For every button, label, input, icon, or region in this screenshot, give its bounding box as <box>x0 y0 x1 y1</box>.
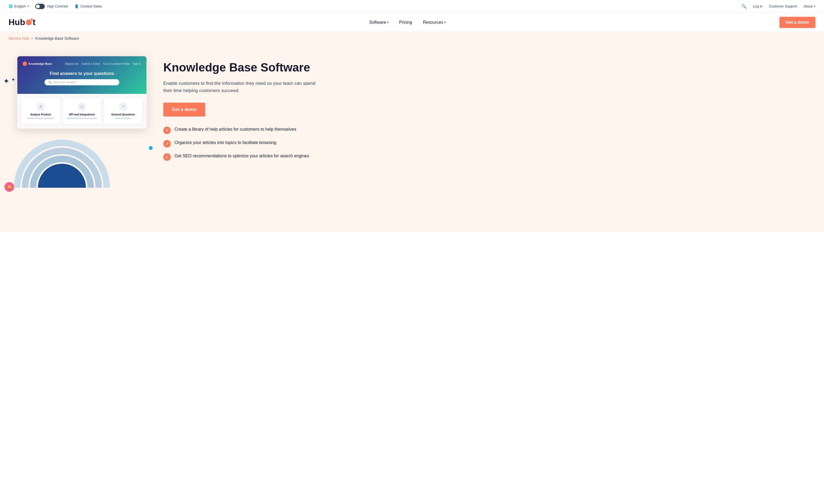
get-demo-hero-button[interactable]: Get a demo <box>163 103 205 117</box>
kb-nav-item: Sign In <box>133 62 141 65</box>
high-contrast-toggle[interactable]: High Contrast <box>35 4 68 9</box>
kb-search-title: Find answers to your questions <box>23 71 141 76</box>
customer-support-link[interactable]: Customer Support <box>769 4 797 8</box>
about-link[interactable]: About ▾ <box>804 4 815 8</box>
logo-spot: t <box>32 17 35 27</box>
kb-card-desc-analyze: Analyze Product Information <box>24 117 57 120</box>
language-selector[interactable]: 🌐 English ▾ <box>9 4 29 8</box>
nav-bar: Hub t Software ▾ Pricing Resources ▾ Get… <box>0 13 824 32</box>
kb-logo: Knowledge Base <box>23 61 52 66</box>
breadcrumb-current-page: Knowledge Base Software <box>35 36 79 40</box>
chevron-down-icon: ▾ <box>814 5 815 8</box>
kb-nav-item: Go to Customer Portal <box>103 62 129 65</box>
login-label: Log in <box>753 4 762 8</box>
kb-card-analyze: A Analyze Product Analyze Product Inform… <box>22 98 60 124</box>
kb-general-icon: ? <box>119 102 127 111</box>
pricing-nav-link[interactable]: Pricing <box>395 18 417 27</box>
breadcrumb-separator: > <box>31 36 33 40</box>
left-panel: ✦ ✦ Knowledge Base Biglysis.net Submit a… <box>9 55 147 188</box>
kb-nav-item: Submit a Ticket <box>82 62 100 65</box>
breadcrumb-parent-link[interactable]: Service Hub <box>9 36 29 40</box>
feature-item-2: ✓ Organize your articles into topics to … <box>163 139 803 147</box>
about-label: About <box>804 4 813 8</box>
resources-label: Resources <box>423 20 443 25</box>
page-subtitle: Enable customers to find the information… <box>163 80 318 94</box>
kb-card-desc-general: General Inquiries <box>107 117 139 120</box>
contact-sales-link[interactable]: 👤 Contact Sales <box>75 4 102 8</box>
feature-text-2: Organize your articles into topics to fa… <box>175 139 277 146</box>
toggle-switch[interactable] <box>35 4 45 9</box>
kb-search-placeholder: Search for answers <box>53 81 76 84</box>
kb-card-title-api: API and Integrations <box>66 113 98 116</box>
sparkle-dot-decoration <box>149 146 152 150</box>
top-bar-left: 🌐 English ▾ High Contrast 👤 Contact Sale… <box>9 4 102 9</box>
high-contrast-label: High Contrast <box>47 4 68 8</box>
chevron-down-icon: ▾ <box>387 21 389 24</box>
kb-nav-links: Biglysis.net Submit a Ticket Go to Custo… <box>65 62 141 65</box>
feature-item-1: ✓ Create a library of help articles for … <box>163 126 803 134</box>
kb-logo-circle <box>23 61 27 66</box>
logo-text: Hub t <box>9 17 35 27</box>
kb-nav-item: Biglysis.net <box>65 62 79 65</box>
feature-text-3: Get SEO recommendations to optimize your… <box>175 153 309 159</box>
login-link[interactable]: Log in <box>753 4 762 8</box>
kb-api-icon: ⬡ <box>78 102 86 111</box>
pricing-label: Pricing <box>399 20 412 25</box>
kb-logo-text: Knowledge Base <box>28 62 52 65</box>
chevron-down-icon: ▾ <box>27 5 29 8</box>
checkmark-icon: ✓ <box>166 155 169 159</box>
page-title: Knowledge Base Software <box>163 61 803 75</box>
nav-links: Software ▾ Pricing Resources ▾ <box>365 18 450 27</box>
person-icon: 👤 <box>75 4 79 8</box>
customer-support-label: Customer Support <box>769 4 797 8</box>
logo[interactable]: Hub t <box>9 17 35 27</box>
get-demo-nav-button[interactable]: Get a demo <box>780 17 815 28</box>
kb-card-desc-api: Detailed instructions and guides <box>66 117 98 120</box>
sparkle-decoration: ✦ <box>3 77 9 86</box>
globe-icon: 🌐 <box>9 4 13 8</box>
chevron-down-icon: ▾ <box>444 21 446 24</box>
main-content: ✦ ✦ Knowledge Base Biglysis.net Submit a… <box>0 45 824 232</box>
breadcrumb: Service Hub > Knowledge Base Software <box>0 32 824 45</box>
top-bar: 🌐 English ▾ High Contrast 👤 Contact Sale… <box>0 0 824 13</box>
software-label: Software <box>369 20 386 25</box>
kb-analyze-icon: A <box>36 102 45 111</box>
checkmark-icon: ✓ <box>166 142 169 146</box>
language-label: English <box>14 4 26 8</box>
kb-header-top: Knowledge Base Biglysis.net Submit a Tic… <box>23 61 141 66</box>
rainbow-decoration <box>14 134 147 188</box>
sparkle-decoration-small: ✦ <box>11 77 15 83</box>
top-bar-right: 🔍 Log in Customer Support About ▾ <box>741 4 815 9</box>
search-icon[interactable]: 🔍 <box>741 4 747 9</box>
logo-hub: Hub <box>9 17 25 27</box>
feature-list: ✓ Create a library of help articles for … <box>163 126 803 161</box>
kb-cards: A Analyze Product Analyze Product Inform… <box>22 98 142 124</box>
kb-search-icon: 🔍 <box>48 81 51 84</box>
right-panel: Knowledge Base Software Enable customers… <box>163 55 803 161</box>
kb-screenshot-body: A Analyze Product Analyze Product Inform… <box>17 94 146 128</box>
logo-dot-icon <box>26 19 32 25</box>
kb-card-general: ? General Questions General Inquiries <box>104 98 142 124</box>
kb-screenshot-header: Knowledge Base Biglysis.net Submit a Tic… <box>17 56 146 94</box>
checkmark-icon: ✓ <box>166 128 169 133</box>
check-circle-3: ✓ <box>163 153 171 161</box>
kb-search-bar[interactable]: 🔍 Search for answers <box>44 79 119 85</box>
kb-card-title-analyze: Analyze Product <box>24 113 57 116</box>
feature-item-3: ✓ Get SEO recommendations to optimize yo… <box>163 153 803 161</box>
kb-card-api: ⬡ API and Integrations Detailed instruct… <box>63 98 101 124</box>
feature-text-1: Create a library of help articles for cu… <box>175 126 296 133</box>
resources-nav-link[interactable]: Resources ▾ <box>419 18 450 27</box>
software-nav-link[interactable]: Software ▾ <box>365 18 393 27</box>
check-circle-1: ✓ <box>163 127 171 134</box>
contact-sales-label: Contact Sales <box>80 4 102 8</box>
check-circle-2: ✓ <box>163 140 171 147</box>
kb-card-title-general: General Questions <box>107 113 139 116</box>
knowledge-base-screenshot: Knowledge Base Biglysis.net Submit a Tic… <box>16 55 147 129</box>
